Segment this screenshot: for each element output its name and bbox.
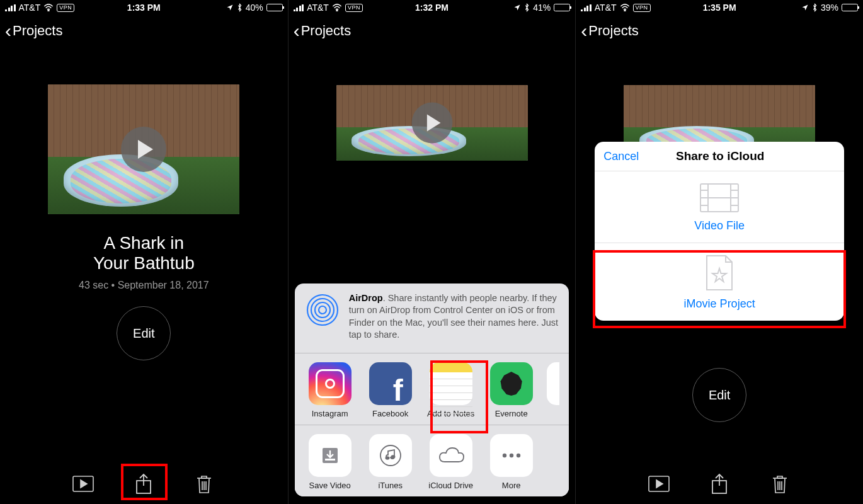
svg-point-15 (516, 454, 520, 457)
vpn-badge: VPN (345, 4, 363, 12)
status-bar: AT&T VPN 1:35 PM 39% (576, 0, 863, 15)
evernote-icon (490, 362, 533, 405)
share-app-evernote[interactable]: Evernote (486, 362, 537, 418)
bottom-toolbar (576, 464, 863, 504)
nav-back-label: Projects (301, 23, 351, 39)
share-sheet: AirDrop. Share instantly with people nea… (295, 284, 569, 496)
battery-pct: 40% (246, 3, 263, 13)
modal-title: Share to iCloud (605, 149, 835, 163)
panel-2-share-sheet: AT&T VPN 1:32 PM 41% ‹ Projects (288, 0, 576, 504)
bluetooth-icon (812, 3, 818, 12)
battery-pct: 41% (533, 3, 551, 13)
action-itunes[interactable]: iTunes (365, 434, 416, 490)
share-button[interactable] (707, 471, 732, 496)
svg-point-10 (380, 445, 401, 466)
share-to-icloud-modal: Cancel Share to iCloud Video File iMovie… (595, 142, 844, 321)
nav-back-button[interactable]: ‹ Projects (576, 15, 863, 47)
svg-point-4 (319, 306, 326, 314)
chevron-left-icon: ‹ (294, 21, 300, 40)
itunes-icon (369, 434, 412, 477)
location-icon (513, 4, 521, 11)
svg-point-16 (624, 10, 626, 11)
wifi-icon (620, 4, 630, 11)
delete-button[interactable] (191, 471, 217, 496)
svg-point-0 (48, 10, 49, 11)
more-icon (490, 434, 533, 477)
carrier-label: AT&T (19, 3, 41, 13)
icloud-icon (430, 434, 472, 477)
share-app-instagram[interactable]: Instagram (305, 362, 355, 418)
project-meta: 43 sec • September 18, 2017 (79, 280, 209, 291)
project-thumbnail (336, 85, 528, 161)
svg-rect-9 (325, 459, 335, 461)
delete-button[interactable] (767, 471, 792, 496)
facebook-icon (369, 362, 412, 405)
svg-point-14 (509, 454, 513, 457)
location-icon (226, 4, 234, 11)
svg-point-5 (315, 302, 330, 318)
chevron-left-icon: ‹ (581, 21, 587, 40)
carrier-label: AT&T (595, 3, 617, 13)
nav-back-label: Projects (13, 23, 62, 39)
wifi-icon (43, 4, 54, 11)
option-label: iMovie Project (684, 297, 755, 311)
action-save-video[interactable]: Save Video (305, 434, 355, 490)
airdrop-text: AirDrop. Share instantly with people nea… (349, 292, 559, 341)
vpn-badge: VPN (633, 4, 651, 12)
battery-icon (266, 4, 283, 11)
overflow-icon (547, 362, 559, 405)
svg-point-3 (336, 10, 338, 11)
share-button[interactable] (131, 471, 156, 496)
share-action-row: Save Video iTunes iCloud Drive More (295, 425, 569, 496)
cell-signal-icon (5, 4, 16, 11)
instagram-icon (309, 362, 351, 405)
wifi-icon (332, 4, 342, 11)
play-icon (411, 103, 452, 144)
bottom-toolbar (0, 464, 288, 504)
location-icon (801, 4, 809, 11)
svg-point-7 (307, 295, 338, 325)
option-label: Video File (694, 219, 745, 232)
imovie-project-icon (704, 255, 734, 291)
edit-button[interactable]: Edit (117, 306, 171, 360)
carrier-label: AT&T (307, 3, 329, 13)
action-icloud-drive[interactable]: iCloud Drive (426, 434, 476, 490)
play-fullscreen-button[interactable] (646, 471, 672, 496)
battery-pct: 39% (821, 3, 838, 13)
share-app-facebook[interactable]: Facebook (365, 362, 416, 418)
battery-icon (842, 4, 858, 11)
share-app-notes[interactable]: Add to Notes (426, 362, 476, 418)
notes-icon (430, 362, 472, 405)
video-file-icon (699, 183, 740, 213)
share-app-overflow[interactable] (547, 362, 559, 418)
nav-back-button[interactable]: ‹ Projects (289, 15, 576, 47)
nav-back-label: Projects (588, 23, 638, 39)
battery-icon (554, 4, 570, 11)
play-icon (121, 127, 166, 172)
bluetooth-icon (237, 3, 243, 12)
vpn-badge: VPN (57, 4, 74, 12)
cell-signal-icon (294, 4, 304, 11)
option-video-file[interactable]: Video File (595, 171, 844, 243)
nav-back-button[interactable]: ‹ Projects (0, 15, 288, 47)
cell-signal-icon (581, 4, 592, 11)
share-app-row: Instagram Facebook Add to Notes Evernote (295, 353, 569, 425)
bluetooth-icon (524, 3, 530, 12)
svg-point-12 (391, 455, 394, 458)
action-more[interactable]: More (486, 434, 537, 490)
chevron-left-icon: ‹ (5, 21, 11, 40)
option-imovie-project[interactable]: iMovie Project (595, 243, 844, 321)
project-title: A Shark inYour Bathtub (93, 233, 195, 273)
panel-3-share-to-icloud: AT&T VPN 1:35 PM 39% ‹ Projects Edit (575, 0, 863, 504)
save-video-icon (309, 434, 351, 477)
status-bar: AT&T VPN 1:32 PM 41% (289, 0, 576, 15)
svg-point-11 (386, 457, 389, 459)
play-fullscreen-button[interactable] (71, 471, 96, 496)
status-bar: AT&T VPN 1:33 PM 40% (0, 0, 288, 15)
airdrop-icon (305, 292, 340, 328)
panel-1-project-detail: AT&T VPN 1:33 PM 40% ‹ Projects A Shark … (0, 0, 288, 504)
edit-button[interactable]: Edit (692, 368, 746, 422)
airdrop-section[interactable]: AirDrop. Share instantly with people nea… (295, 284, 569, 353)
project-thumbnail[interactable] (48, 84, 239, 214)
svg-point-13 (502, 454, 506, 457)
